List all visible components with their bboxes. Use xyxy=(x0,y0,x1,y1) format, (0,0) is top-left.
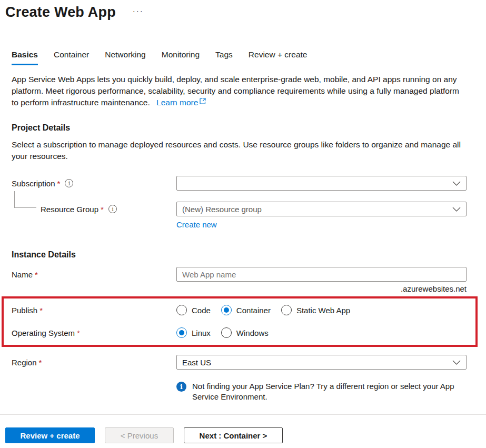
publish-label: Publish * xyxy=(12,306,176,315)
resource-group-row: Resource Group * (New) Resource group xyxy=(12,202,467,216)
name-label-text: Name xyxy=(12,270,33,279)
info-filled-icon xyxy=(176,382,186,392)
subscription-row: Subscription * xyxy=(12,176,467,191)
region-row: Region * East US xyxy=(12,355,467,370)
tab-container[interactable]: Container xyxy=(54,50,89,65)
intro-paragraph: App Service Web Apps lets you quickly bu… xyxy=(12,74,467,108)
region-label-text: Region xyxy=(12,358,37,367)
footer-buttons: Review + create < Previous Next : Contai… xyxy=(5,427,283,443)
intro-text: App Service Web Apps lets you quickly bu… xyxy=(12,75,459,107)
resource-group-select[interactable]: (New) Resource group xyxy=(176,202,467,216)
resource-group-label-text: Resource Group xyxy=(41,205,98,214)
region-label: Region * xyxy=(12,358,176,367)
radio-linux[interactable]: Linux xyxy=(176,327,211,338)
page-title: Create Web App xyxy=(5,4,116,21)
chevron-down-icon xyxy=(452,360,461,365)
subscription-label-text: Subscription xyxy=(12,179,55,188)
info-note-text: Not finding your App Service Plan? Try a… xyxy=(192,381,458,402)
create-web-app-page: Create Web App ··· Basics Container Netw… xyxy=(0,0,486,448)
info-note: Not finding your App Service Plan? Try a… xyxy=(176,381,467,402)
info-icon[interactable] xyxy=(65,179,73,187)
required-asterisk: * xyxy=(57,179,61,188)
red-highlight-box: Publish * Code Container Static Web App xyxy=(2,296,478,347)
project-details-description: Select a subscription to manage deployed… xyxy=(12,139,467,162)
subscription-select[interactable] xyxy=(176,176,467,191)
publish-radio-group: Code Container Static Web App xyxy=(176,305,470,315)
next-container-button[interactable]: Next : Container > xyxy=(184,427,283,443)
title-row: Create Web App ··· xyxy=(5,4,467,21)
required-asterisk: * xyxy=(35,270,38,279)
resource-group-value: (New) Resource group xyxy=(182,205,262,214)
radio-label-container: Container xyxy=(236,306,271,315)
radio-label-static-web-app: Static Web App xyxy=(296,306,350,315)
radio-label-code: Code xyxy=(192,306,211,315)
radio-label-linux: Linux xyxy=(192,328,211,337)
name-label: Name * xyxy=(12,270,176,279)
subscription-label: Subscription * xyxy=(12,179,176,188)
tab-review-create[interactable]: Review + create xyxy=(249,50,308,65)
learn-more-link[interactable]: Learn more xyxy=(156,98,206,107)
radio-label-windows: Windows xyxy=(236,328,269,337)
os-label-text: Operating System xyxy=(12,328,75,337)
radio-windows[interactable]: Windows xyxy=(221,327,269,338)
info-icon[interactable] xyxy=(108,205,117,213)
tab-bar: Basics Container Networking Monitoring T… xyxy=(12,50,467,65)
learn-more-label: Learn more xyxy=(156,98,198,107)
tab-basics[interactable]: Basics xyxy=(12,50,38,65)
previous-button[interactable]: < Previous xyxy=(105,427,174,443)
radio-circle-selected-icon xyxy=(221,305,232,315)
operating-system-label: Operating System * xyxy=(12,328,176,337)
required-asterisk: * xyxy=(39,306,43,315)
tab-networking[interactable]: Networking xyxy=(105,50,146,65)
tab-tags[interactable]: Tags xyxy=(215,50,233,65)
name-input[interactable] xyxy=(176,267,467,282)
chevron-down-icon xyxy=(452,207,461,212)
radio-circle-selected-icon xyxy=(176,327,187,338)
publish-label-text: Publish xyxy=(12,306,37,315)
footer-divider xyxy=(0,414,486,415)
radio-circle-icon xyxy=(281,305,292,315)
os-radio-group: Linux Windows xyxy=(176,327,470,338)
operating-system-row: Operating System * Linux Windows xyxy=(12,327,470,338)
name-row: Name * xyxy=(12,267,467,282)
more-options-icon[interactable]: ··· xyxy=(133,6,144,15)
connector-line xyxy=(14,191,36,208)
region-value: East US xyxy=(182,358,211,367)
radio-static-web-app[interactable]: Static Web App xyxy=(281,305,350,315)
create-new-row: Create new xyxy=(176,220,467,229)
review-create-button[interactable]: Review + create xyxy=(5,427,95,443)
radio-circle-icon xyxy=(176,305,187,315)
required-asterisk: * xyxy=(101,205,104,214)
chevron-down-icon xyxy=(452,181,461,186)
region-select[interactable]: East US xyxy=(176,355,467,370)
create-new-link[interactable]: Create new xyxy=(176,220,217,229)
publish-row: Publish * Code Container Static Web App xyxy=(12,305,470,315)
domain-suffix: .azurewebsites.net xyxy=(12,284,467,293)
radio-circle-icon xyxy=(221,327,232,338)
external-link-icon xyxy=(200,98,206,104)
radio-container[interactable]: Container xyxy=(221,305,271,315)
required-asterisk: * xyxy=(39,358,42,367)
radio-code[interactable]: Code xyxy=(176,305,211,315)
tab-monitoring[interactable]: Monitoring xyxy=(162,50,200,65)
required-asterisk: * xyxy=(77,328,80,337)
instance-details-heading: Instance Details xyxy=(12,250,467,260)
project-details-heading: Project Details xyxy=(12,123,467,133)
